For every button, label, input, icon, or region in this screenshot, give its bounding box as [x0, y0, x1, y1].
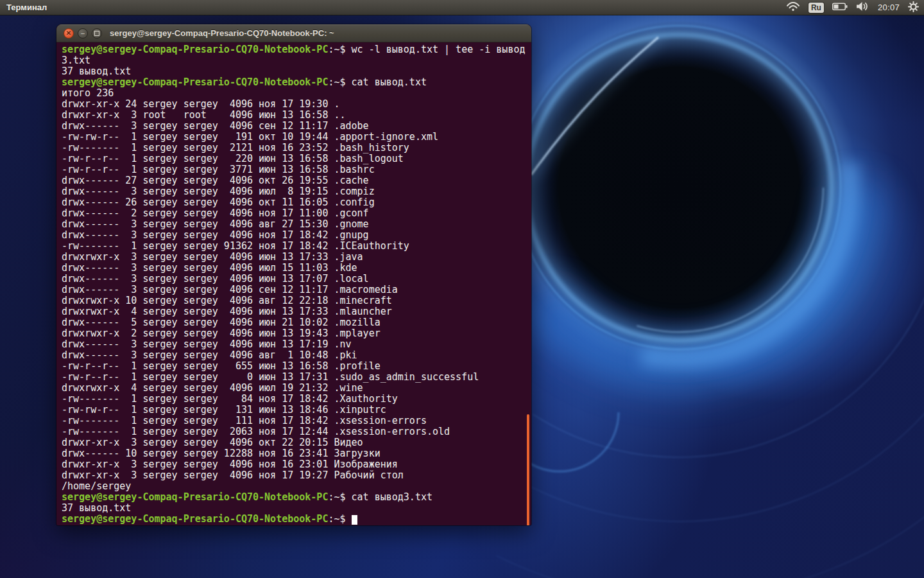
terminal-scrollbar-thumb[interactable]: [527, 414, 529, 525]
prompt-command: :~$ cat вывод.txt: [328, 76, 427, 88]
terminal-output-line: drwx------ 3 sergey sergey 4096 июн 13 1…: [62, 274, 531, 285]
terminal-output-line: drwx------ 3 sergey sergey 4096 авг 27 1…: [62, 219, 531, 230]
terminal-output-line: -rw------- 1 sergey sergey 2063 ноя 17 1…: [62, 426, 531, 437]
terminal-output-line: 37 вывод.txt: [62, 503, 531, 514]
terminal-output-line: drwx------ 2 sergey sergey 4096 ноя 17 1…: [62, 208, 531, 219]
prompt-user-host: sergey@sergey-Compaq-Presario-CQ70-Noteb…: [62, 76, 328, 88]
terminal-output-line: drwxrwxr-x 2 sergey sergey 4096 июн 13 1…: [62, 328, 531, 339]
terminal-output-line: -rw-r--r-- 1 sergey sergey 0 июн 13 17:3…: [62, 372, 531, 383]
terminal-output-line: drwx------ 3 sergey sergey 4096 июн 13 1…: [62, 339, 531, 350]
prompt-command: :~$ wc -l вывод.txt | tee -i вывод: [328, 44, 525, 55]
terminal-output-line: -rw-r--r-- 1 sergey sergey 655 июн 13 16…: [62, 361, 531, 372]
wifi-icon[interactable]: [786, 1, 800, 13]
terminal-output-line: -rw------- 1 sergey sergey 111 ноя 17 18…: [62, 416, 531, 426]
terminal-prompt-line: sergey@sergey-Compaq-Presario-CQ70-Noteb…: [62, 514, 531, 525]
indicator-area: Ru 20:07: [786, 1, 919, 14]
terminal-output-line: drwx------ 3 sergey sergey 4096 авг 1 10…: [62, 350, 531, 361]
terminal-output-line: drwxr-xr-x 24 sergey sergey 4096 ноя 17 …: [62, 99, 531, 110]
terminal-output-line: 3.txt: [62, 55, 531, 66]
terminal-output-line: итого 236: [62, 88, 531, 99]
window-titlebar[interactable]: ✕ – sergey@sergey-Compaq-Presario-CQ70-N…: [56, 24, 531, 42]
terminal-output-line: drwxrwxr-x 10 sergey sergey 4096 авг 12 …: [62, 295, 531, 306]
close-button[interactable]: ✕: [64, 28, 74, 39]
terminal-output-line: drwxr-xr-x 3 sergey sergey 4096 ноя 16 2…: [62, 459, 531, 470]
maximize-button[interactable]: [92, 28, 102, 39]
desktop: Терминал Ru: [0, 0, 924, 578]
battery-icon[interactable]: [832, 3, 848, 13]
terminal-output-line: drwxr-xr-x 3 sergey sergey 4096 окт 22 2…: [62, 437, 531, 448]
prompt-command: :~$: [328, 513, 351, 525]
terminal-prompt-line: sergey@sergey-Compaq-Presario-CQ70-Noteb…: [62, 44, 531, 55]
terminal-output-line: drwx------ 26 sergey sergey 4096 окт 11 …: [62, 197, 531, 208]
terminal-output-line: -rw------- 1 sergey sergey 84 ноя 17 18:…: [62, 394, 531, 405]
terminal-output-line: drwxr-xr-x 3 sergey sergey 4096 ноя 17 1…: [62, 470, 531, 481]
session-gear-icon[interactable]: [908, 1, 919, 14]
top-panel: Терминал Ru: [0, 0, 924, 15]
terminal-output-line: drwxrwxr-x 4 sergey sergey 4096 июл 19 2…: [62, 383, 531, 394]
terminal-cursor: [352, 515, 357, 525]
prompt-user-host: sergey@sergey-Compaq-Presario-CQ70-Noteb…: [62, 513, 328, 525]
maximize-glyph: [94, 31, 99, 36]
volume-icon[interactable]: [856, 1, 869, 13]
clock[interactable]: 20:07: [878, 3, 900, 12]
prompt-command: :~$ cat вывод3.txt: [328, 491, 432, 503]
terminal-output-line: drwx------ 3 sergey sergey 4096 июл 15 1…: [62, 263, 531, 274]
terminal-output-line: drwx------ 3 sergey sergey 4096 ноя 17 1…: [62, 230, 531, 241]
terminal-output-line: drwx------ 3 sergey sergey 4096 июл 8 19…: [62, 186, 531, 197]
terminal-output-line: -rw-rw-r-- 1 sergey sergey 131 июн 13 18…: [62, 405, 531, 416]
terminal-output-line: drwxrwxr-x 3 sergey sergey 4096 июн 13 1…: [62, 252, 531, 263]
terminal-output-line: drwx------ 3 sergey sergey 4096 сен 12 1…: [62, 285, 531, 295]
terminal-content[interactable]: sergey@sergey-Compaq-Presario-CQ70-Noteb…: [56, 42, 531, 525]
window-buttons: ✕ –: [64, 28, 102, 39]
prompt-user-host: sergey@sergey-Compaq-Presario-CQ70-Noteb…: [62, 44, 328, 55]
terminal-output-line: -rw-rw-r-- 1 sergey sergey 191 окт 10 19…: [62, 132, 531, 143]
terminal-output-line: drwx------ 3 sergey sergey 4096 сен 12 1…: [62, 121, 531, 132]
terminal-output-line: -rw------- 1 sergey sergey 91362 ноя 17 …: [62, 241, 531, 252]
terminal-output-line: 37 вывод.txt: [62, 66, 531, 77]
terminal-output: sergey@sergey-Compaq-Presario-CQ70-Noteb…: [62, 44, 531, 525]
terminal-output-line: drwxrwxr-x 4 sergey sergey 4096 июн 13 1…: [62, 306, 531, 317]
active-app-title: Терминал: [6, 3, 47, 12]
terminal-output-line: -rw-r--r-- 1 sergey sergey 220 июн 13 16…: [62, 153, 531, 164]
prompt-user-host: sergey@sergey-Compaq-Presario-CQ70-Noteb…: [62, 491, 328, 503]
terminal-window: ✕ – sergey@sergey-Compaq-Presario-CQ70-N…: [56, 24, 531, 525]
terminal-output-line: drwxr-xr-x 3 root root 4096 июн 13 16:58…: [62, 110, 531, 121]
terminal-output-line: drwx------ 27 sergey sergey 4096 окт 26 …: [62, 175, 531, 186]
terminal-output-line: -rw------- 1 sergey sergey 2121 ноя 16 2…: [62, 143, 531, 153]
terminal-output-line: -rw-r--r-- 1 sergey sergey 3771 июн 13 1…: [62, 164, 531, 175]
window-title: sergey@sergey-Compaq-Presario-CQ70-Noteb…: [110, 28, 334, 38]
terminal-prompt-line: sergey@sergey-Compaq-Presario-CQ70-Noteb…: [62, 492, 531, 503]
terminal-output-line: drwx------ 5 sergey sergey 4096 июн 21 1…: [62, 317, 531, 328]
terminal-prompt-line: sergey@sergey-Compaq-Presario-CQ70-Noteb…: [62, 77, 531, 88]
terminal-output-line: drwx------ 10 sergey sergey 12288 ноя 16…: [62, 448, 531, 459]
keyboard-layout-indicator[interactable]: Ru: [809, 3, 824, 13]
minimize-button[interactable]: –: [78, 28, 88, 39]
terminal-output-line: /home/sergey: [62, 481, 531, 492]
